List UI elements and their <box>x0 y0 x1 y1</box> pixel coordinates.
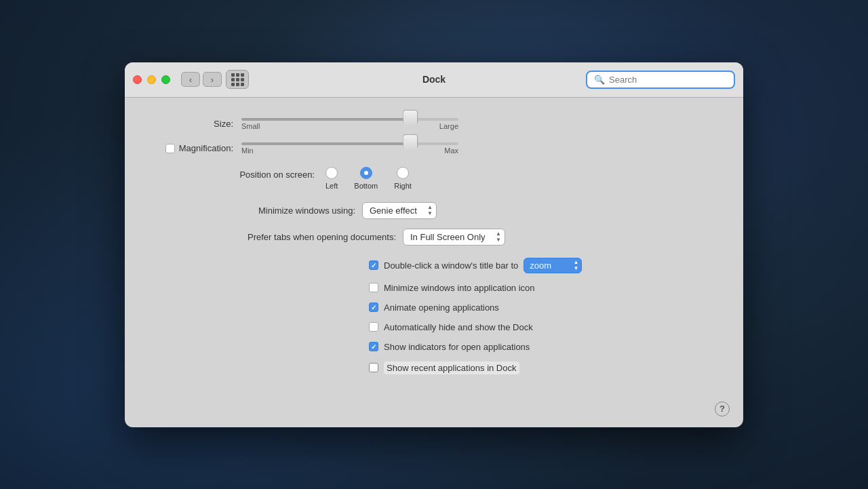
position-right-radio[interactable] <box>397 167 409 179</box>
nav-buttons: ‹ › <box>181 72 222 87</box>
minimize-label: Minimize windows using: <box>152 206 355 216</box>
auto-hide-checkbox[interactable] <box>369 322 378 332</box>
zoom-select-wrapper: zoom minimize ▲ ▼ <box>524 258 582 273</box>
checkboxes-section: Double-click a window's title bar to zoo… <box>369 258 716 374</box>
auto-hide-row: Automatically hide and show the Dock <box>369 322 716 332</box>
tabs-select[interactable]: In Full Screen Only Always Never Manuall… <box>403 229 505 246</box>
double-click-label: Double-click a window's title bar to <box>384 260 518 271</box>
zoom-select[interactable]: zoom minimize <box>524 258 582 273</box>
double-click-row: Double-click a window's title bar to zoo… <box>369 258 716 273</box>
minimize-select-wrapper: Genie effect Scale effect ▲ ▼ <box>362 202 437 219</box>
tabs-row: Prefer tabs when opening documents: In F… <box>152 229 716 246</box>
minimize-row: Minimize windows using: Genie effect Sca… <box>152 202 716 219</box>
size-label: Size: <box>152 119 233 129</box>
magnification-slider-container: Min Max <box>241 142 458 155</box>
minimize-to-icon-checkbox[interactable] <box>369 283 378 292</box>
maximize-button[interactable] <box>161 75 170 84</box>
magnification-checkbox[interactable] <box>165 144 175 153</box>
magnification-slider-labels: Min Max <box>241 146 458 155</box>
minimize-select[interactable]: Genie effect Scale effect <box>362 202 437 219</box>
position-left-label: Left <box>326 182 338 190</box>
size-slider-labels: Small Large <box>241 122 458 130</box>
indicators-label: Show indicators for open applications <box>384 342 530 352</box>
position-row: Position on screen: Left Bottom Right <box>152 167 716 190</box>
tabs-label: Prefer tabs when opening documents: <box>152 232 396 242</box>
search-icon: 🔍 <box>594 75 605 85</box>
content-area: Size: Small Large Magnification: Min Max <box>125 98 743 395</box>
position-left-option[interactable]: Left <box>326 167 338 190</box>
auto-hide-label: Automatically hide and show the Dock <box>384 322 533 332</box>
size-slider-container: Small Large <box>241 118 458 130</box>
recent-apps-label: Show recent applications in Dock <box>384 361 519 374</box>
minimize-to-icon-row: Minimize windows into application icon <box>369 283 716 293</box>
size-row: Size: Small Large <box>152 118 716 130</box>
bottom-area: ? <box>125 395 743 427</box>
search-box[interactable]: 🔍 <box>586 71 735 89</box>
close-button[interactable] <box>133 75 142 84</box>
magnification-min-label: Min <box>241 146 254 155</box>
double-click-checkbox[interactable] <box>369 260 378 270</box>
animate-label: Animate opening applications <box>384 302 499 313</box>
forward-button[interactable]: › <box>203 72 222 87</box>
magnification-max-label: Max <box>444 146 458 155</box>
magnification-label: Magnification: <box>179 143 233 153</box>
position-right-option[interactable]: Right <box>394 167 412 190</box>
back-button[interactable]: ‹ <box>181 72 200 87</box>
animate-checkbox[interactable] <box>369 302 378 312</box>
size-max-label: Large <box>439 122 458 130</box>
position-bottom-radio[interactable] <box>360 167 372 179</box>
tabs-select-wrapper: In Full Screen Only Always Never Manuall… <box>403 229 505 246</box>
indicators-checkbox[interactable] <box>369 342 378 351</box>
titlebar: ‹ › Dock 🔍 <box>125 62 743 98</box>
magnification-slider[interactable] <box>241 142 458 145</box>
minimize-button[interactable] <box>147 75 156 84</box>
traffic-lights <box>133 75 170 84</box>
position-bottom-option[interactable]: Bottom <box>354 167 378 190</box>
animate-row: Animate opening applications <box>369 302 716 313</box>
position-label: Position on screen: <box>152 167 315 180</box>
size-min-label: Small <box>241 122 260 130</box>
window-title: Dock <box>422 74 446 85</box>
size-slider[interactable] <box>241 118 458 121</box>
search-input[interactable] <box>609 75 727 85</box>
recent-apps-row: Show recent applications in Dock <box>369 361 716 374</box>
magnification-row: Magnification: Min Max <box>152 142 716 155</box>
minimize-to-icon-label: Minimize windows into application icon <box>384 283 535 293</box>
preferences-window: ‹ › Dock 🔍 Size: Small Large <box>125 62 743 427</box>
grid-view-button[interactable] <box>226 70 249 89</box>
position-radio-group: Left Bottom Right <box>326 167 412 190</box>
recent-apps-checkbox[interactable] <box>369 363 378 372</box>
help-button[interactable]: ? <box>715 402 730 416</box>
indicators-row: Show indicators for open applications <box>369 342 716 352</box>
position-right-label: Right <box>394 182 412 190</box>
position-left-radio[interactable] <box>326 167 338 179</box>
grid-icon <box>231 73 244 86</box>
position-bottom-label: Bottom <box>354 182 378 190</box>
